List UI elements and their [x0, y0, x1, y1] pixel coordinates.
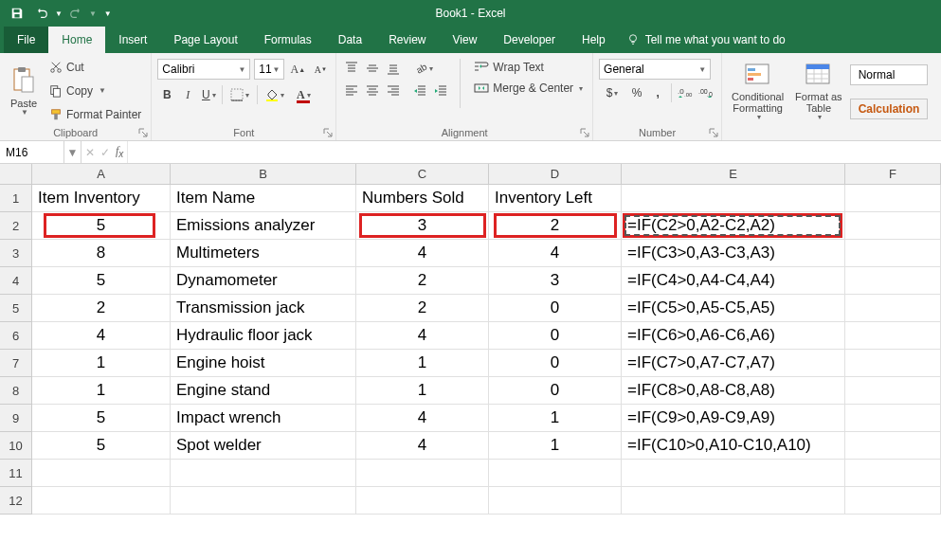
row-head[interactable]: 1 — [0, 185, 32, 212]
cell[interactable]: 4 — [32, 322, 171, 350]
cell[interactable]: =IF(C2>0,A2-C2,A2) — [622, 212, 845, 240]
cell[interactable]: 1 — [489, 432, 622, 460]
cell[interactable] — [622, 460, 845, 487]
dialog-launcher-icon[interactable] — [579, 127, 590, 138]
cell-style-normal[interactable]: Normal — [850, 64, 928, 85]
tell-me[interactable]: Tell me what you want to do — [626, 27, 786, 53]
col-head-E[interactable]: E — [622, 164, 845, 184]
cell[interactable]: 2 — [489, 212, 622, 240]
align-center-button[interactable] — [363, 81, 382, 100]
cell[interactable] — [845, 322, 941, 350]
qat-customize[interactable]: ▼ — [104, 9, 112, 18]
cell[interactable]: 4 — [356, 432, 489, 460]
cell[interactable]: 0 — [489, 295, 622, 322]
cell[interactable]: 4 — [489, 240, 622, 267]
cell[interactable]: Item Name — [171, 185, 356, 212]
bold-button[interactable]: B — [157, 85, 176, 104]
merge-center-button[interactable]: Merge & Center▾ — [470, 80, 587, 97]
cell[interactable]: Multimeters — [171, 240, 356, 267]
select-all-corner[interactable] — [0, 164, 32, 185]
cell[interactable] — [32, 487, 171, 515]
col-head-C[interactable]: C — [356, 164, 489, 184]
row-head[interactable]: 6 — [0, 322, 32, 350]
cancel-icon[interactable]: ✕ — [85, 146, 95, 159]
cell[interactable]: Inventory Left — [489, 185, 622, 212]
cell[interactable]: =IF(C4>0,A4-C4,A4) — [622, 267, 845, 295]
accounting-format-button[interactable]: $▾ — [599, 83, 625, 102]
cell[interactable]: Impact wrench — [171, 405, 356, 432]
tab-home[interactable]: Home — [48, 27, 105, 53]
format-painter-button[interactable]: Format Painter — [45, 106, 145, 123]
cell[interactable]: 5 — [32, 212, 171, 240]
number-format-combo[interactable]: General▼ — [599, 59, 711, 80]
increase-indent-button[interactable] — [431, 81, 450, 100]
row-head[interactable]: 3 — [0, 240, 32, 267]
cell[interactable]: 3 — [489, 267, 622, 295]
name-box-dropdown[interactable]: ▼ — [64, 141, 81, 163]
cell[interactable]: Item Inventory — [32, 185, 171, 212]
cell[interactable]: Spot welder — [171, 432, 356, 460]
cell[interactable]: 5 — [32, 267, 171, 295]
fill-color-button[interactable]: ▾ — [262, 85, 288, 104]
cell[interactable]: 8 — [32, 240, 171, 267]
cell[interactable]: 1 — [356, 350, 489, 377]
font-color-button[interactable]: A▾ — [290, 85, 317, 104]
row-head[interactable]: 9 — [0, 405, 32, 432]
tab-insert[interactable]: Insert — [105, 27, 160, 53]
format-as-table-button[interactable]: Format as Table▾ — [791, 57, 846, 127]
cell-style-calculation[interactable]: Calculation — [850, 99, 928, 119]
fx-icon[interactable]: fx — [116, 144, 123, 159]
row-head[interactable]: 7 — [0, 350, 32, 377]
cell[interactable]: 0 — [489, 322, 622, 350]
row-head[interactable]: 2 — [0, 212, 32, 240]
row-head[interactable]: 11 — [0, 460, 32, 487]
cell[interactable]: 2 — [356, 295, 489, 322]
conditional-formatting-button[interactable]: Conditional Formatting▾ — [728, 57, 787, 127]
save-button[interactable] — [6, 2, 28, 25]
row-head[interactable]: 12 — [0, 487, 32, 515]
font-name-combo[interactable]: Calibri▼ — [157, 59, 250, 80]
cell[interactable]: 1 — [356, 377, 489, 405]
decrease-indent-button[interactable] — [410, 81, 429, 100]
cell[interactable] — [171, 487, 356, 515]
cell[interactable] — [845, 212, 941, 240]
cell[interactable]: 1 — [32, 377, 171, 405]
formula-input[interactable] — [128, 141, 941, 163]
wrap-text-button[interactable]: Wrap Text — [470, 59, 587, 76]
cell[interactable]: 5 — [32, 432, 171, 460]
cell[interactable]: Hydraulic floor jack — [171, 322, 356, 350]
borders-button[interactable]: ▾ — [226, 85, 253, 104]
copy-button[interactable]: Copy▼ — [45, 82, 145, 99]
row-head[interactable]: 10 — [0, 432, 32, 460]
increase-font-button[interactable]: A▲ — [288, 60, 307, 79]
tab-review[interactable]: Review — [375, 27, 439, 53]
tab-file[interactable]: File — [4, 27, 48, 53]
tab-help[interactable]: Help — [569, 27, 619, 53]
cell[interactable] — [171, 460, 356, 487]
cell[interactable]: =IF(C7>0,A7-C7,A7) — [622, 350, 845, 377]
tab-view[interactable]: View — [440, 27, 491, 53]
dialog-launcher-icon[interactable] — [137, 127, 149, 138]
cell[interactable]: Dynamometer — [171, 267, 356, 295]
decrease-font-button[interactable]: A▼ — [311, 60, 330, 79]
col-head-A[interactable]: A — [32, 164, 171, 184]
undo-button[interactable] — [30, 2, 53, 25]
cell[interactable]: 5 — [32, 405, 171, 432]
undo-dropdown[interactable]: ▼ — [55, 9, 63, 18]
cell[interactable] — [622, 185, 845, 212]
comma-button[interactable]: , — [648, 83, 667, 102]
cell[interactable]: 4 — [356, 240, 489, 267]
cell[interactable]: 3 — [356, 212, 489, 240]
col-head-B[interactable]: B — [171, 164, 356, 184]
tab-developer[interactable]: Developer — [490, 27, 569, 53]
cell[interactable] — [845, 185, 941, 212]
cell[interactable] — [845, 350, 941, 377]
paste-button[interactable]: Paste ▼ — [6, 55, 42, 127]
enter-icon[interactable]: ✓ — [100, 146, 110, 159]
cell[interactable]: Transmission jack — [171, 295, 356, 322]
cell[interactable] — [845, 267, 941, 295]
orientation-button[interactable]: ab▾ — [410, 59, 437, 78]
cell[interactable]: 2 — [32, 295, 171, 322]
col-head-D[interactable]: D — [489, 164, 622, 184]
align-top-button[interactable] — [342, 59, 361, 78]
